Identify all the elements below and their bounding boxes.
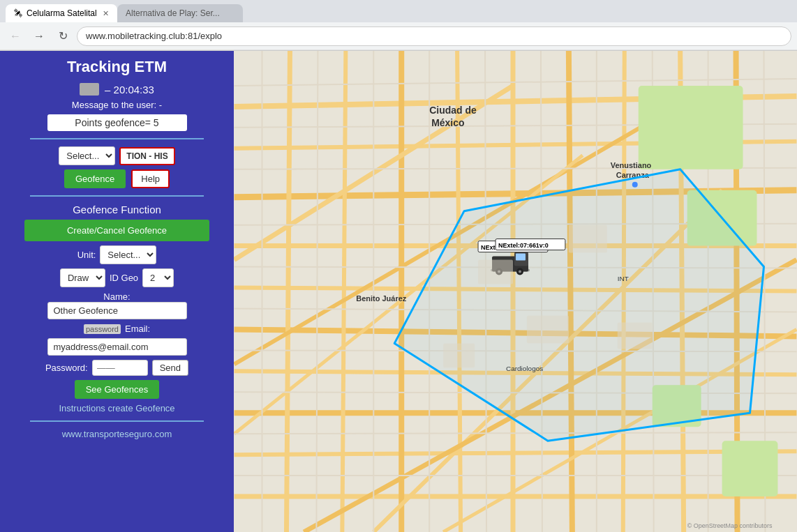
tion-his-button[interactable]: TION - HIS — [119, 147, 174, 165]
help-button[interactable]: Help — [131, 169, 170, 188]
browser-chrome: 🛰 Celularma Satelital ✕ Alternativa de P… — [0, 0, 797, 51]
password-email-row: password Email: — [8, 324, 225, 334]
name-label: Name: — [103, 291, 130, 302]
unit-select-dropdown[interactable]: Select... — [100, 245, 156, 264]
inactive-tab[interactable]: Alternativa de Play: Ser... — [117, 4, 243, 22]
password-field-label: Password: — [45, 363, 88, 373]
svg-point-66 — [519, 271, 521, 273]
tab-close-icon[interactable]: ✕ — [103, 9, 109, 18]
main-select-dropdown[interactable]: Select... — [59, 146, 115, 165]
forward-button[interactable]: → — [29, 26, 49, 46]
points-row: Points geofence= 5 — [8, 114, 225, 131]
svg-rect-72 — [527, 315, 569, 343]
name-section: Name: — [8, 291, 225, 319]
active-tab-title: Celularma Satelital — [27, 8, 97, 18]
password-mini-label: password — [84, 324, 121, 334]
geofence-section-title: Geofence Function — [8, 204, 225, 215]
name-input[interactable] — [47, 302, 187, 319]
main-container: Tracking ETM – 20:04:33 Message to the u… — [0, 51, 797, 532]
divider-2 — [30, 195, 204, 197]
active-tab[interactable]: 🛰 Celularma Satelital ✕ — [6, 4, 117, 22]
time-row: – 20:04:33 — [8, 83, 225, 96]
svg-rect-75 — [443, 343, 475, 367]
email-input-row — [8, 338, 225, 356]
create-cancel-geofence-button[interactable]: Create/Cancel Geofence — [24, 220, 209, 241]
svg-rect-76 — [618, 322, 653, 349]
back-button[interactable]: ← — [6, 26, 25, 46]
svg-rect-62 — [516, 254, 526, 261]
see-geofences-button[interactable]: See Geofences — [75, 380, 160, 399]
map-area[interactable]: Ciudad de México Venustiano Carranza Ben… — [234, 51, 797, 532]
email-label: Email: — [125, 324, 150, 334]
map-svg: Ciudad de México Venustiano Carranza Ben… — [234, 51, 797, 532]
svg-text:NExtel:07:661v:0: NExtel:07:661v:0 — [498, 242, 549, 249]
see-geofences-row: See Geofences — [8, 380, 225, 399]
svg-text:© OpenStreetMap contributors: © OpenStreetMap contributors — [687, 522, 773, 529]
svg-rect-74 — [569, 225, 607, 253]
svg-text:Venustiano: Venustiano — [611, 161, 652, 169]
send-button[interactable]: Send — [152, 360, 188, 376]
time-display: – 20:04:33 — [105, 84, 154, 96]
website-link[interactable]: www.transporteseguro.com — [8, 429, 225, 439]
vehicle-thumbnail — [80, 83, 99, 96]
inactive-tab-title: Alternativa de Play: Ser... — [126, 8, 220, 18]
address-bar[interactable] — [77, 26, 791, 46]
tab-favicon: 🛰 — [14, 8, 22, 18]
refresh-button[interactable]: ↻ — [53, 26, 73, 46]
message-label: Message to the user: - — [72, 100, 162, 110]
unit-row: Unit: Select... — [8, 245, 225, 264]
svg-rect-73 — [478, 260, 513, 284]
password-input[interactable] — [92, 360, 148, 376]
svg-rect-48 — [722, 441, 778, 496]
sidebar: Tracking ETM – 20:04:33 Message to the u… — [0, 51, 234, 532]
select-tion-row: Select... TION - HIS — [8, 146, 225, 165]
svg-line-11 — [286, 51, 290, 532]
svg-text:México: México — [431, 117, 464, 128]
svg-text:Benito Juárez: Benito Juárez — [356, 294, 406, 303]
geofence-button[interactable]: Geofence — [64, 169, 126, 188]
points-box: Points geofence= 5 — [47, 114, 187, 131]
draw-idgeo-row: Draw ID Geo 2 — [8, 268, 225, 287]
svg-text:Ciudad de: Ciudad de — [429, 105, 477, 116]
id-geo-label: ID Geo — [110, 273, 138, 283]
divider-3 — [30, 420, 204, 422]
browser-nav: ← → ↻ — [0, 22, 797, 50]
draw-select[interactable]: Draw — [60, 268, 105, 287]
svg-rect-46 — [639, 86, 743, 169]
divider-1 — [30, 138, 204, 139]
email-input[interactable] — [47, 338, 187, 356]
unit-label: Unit: — [77, 250, 96, 260]
tab-bar: 🛰 Celularma Satelital ✕ Alternativa de P… — [0, 0, 797, 22]
message-row: Message to the user: - — [8, 100, 225, 110]
instructions-link[interactable]: Instructions create Geofence — [8, 403, 225, 413]
sidebar-title: Tracking ETM — [8, 58, 225, 76]
id-geo-select[interactable]: 2 — [142, 268, 174, 287]
geofence-help-row: Geofence Help — [8, 169, 225, 188]
password-send-row: Password: Send — [8, 360, 225, 376]
